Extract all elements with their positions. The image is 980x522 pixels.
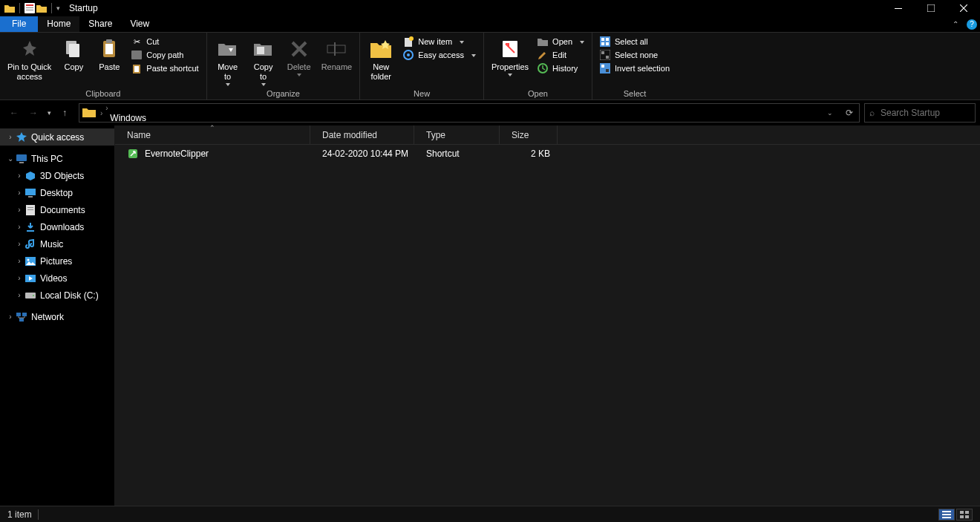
- ribbon-group-open: Properties Open Edit History Open: [484, 33, 592, 99]
- sidebar-item-desktop[interactable]: ›Desktop: [0, 184, 114, 201]
- sidebar-label: Music: [40, 239, 63, 249]
- up-button[interactable]: ↑: [55, 103, 74, 123]
- quick-access-dropdown-icon[interactable]: ▾: [56, 4, 60, 12]
- rename-button[interactable]: Rename: [318, 36, 356, 74]
- file-tab[interactable]: File: [0, 16, 38, 32]
- sidebar-item-this-pc[interactable]: ⌄ This PC: [0, 150, 114, 167]
- chevron-right-icon[interactable]: ›: [15, 291, 24, 299]
- easy-access-button[interactable]: Easy access: [400, 49, 479, 61]
- chevron-right-icon[interactable]: ›: [15, 240, 24, 248]
- 3d-icon: [24, 170, 37, 182]
- star-icon: [15, 131, 28, 143]
- back-button[interactable]: ←: [4, 103, 24, 123]
- svg-rect-25: [606, 38, 609, 41]
- edit-button[interactable]: Edit: [535, 49, 587, 61]
- sidebar-item-videos[interactable]: ›Videos: [0, 270, 114, 287]
- copy-path-icon: [131, 50, 142, 60]
- chevron-right-icon[interactable]: ›: [15, 206, 24, 214]
- new-item-button[interactable]: New item: [400, 36, 479, 48]
- breadcrumb-windows[interactable]: Windows: [104, 113, 169, 123]
- chevron-right-icon[interactable]: ›: [99, 109, 104, 117]
- group-label-new: New: [414, 88, 430, 98]
- search-input[interactable]: [879, 107, 980, 119]
- new-folder-button[interactable]: New folder: [365, 36, 397, 83]
- svg-rect-30: [606, 56, 609, 59]
- edit-icon: [538, 50, 548, 60]
- select-all-icon: [600, 36, 610, 47]
- properties-button[interactable]: Properties: [489, 36, 532, 78]
- navigation-pane[interactable]: › Quick access ⌄ This PC ›3D Objects›Des…: [0, 125, 115, 506]
- column-header-type[interactable]: Type: [414, 125, 500, 144]
- chevron-right-icon[interactable]: ›: [15, 189, 24, 197]
- copy-button[interactable]: Copy: [57, 36, 90, 74]
- column-header-date[interactable]: Date modified: [310, 125, 414, 144]
- open-button[interactable]: Open: [535, 36, 587, 48]
- column-header-size[interactable]: Size: [500, 125, 558, 144]
- chevron-right-icon[interactable]: ›: [104, 104, 109, 112]
- file-list-pane[interactable]: Name⌃ Date modified Type Size EvernoteCl…: [115, 125, 980, 506]
- minimize-ribbon-button[interactable]: ⌃: [947, 16, 964, 32]
- close-button[interactable]: [947, 0, 980, 16]
- chevron-down-icon[interactable]: ⌄: [6, 154, 15, 163]
- group-label-organize: Organize: [267, 88, 300, 98]
- recent-locations-button[interactable]: ▾: [43, 103, 55, 123]
- select-none-button[interactable]: Select none: [597, 49, 673, 61]
- sidebar-item-3d-objects[interactable]: ›3D Objects: [0, 167, 114, 184]
- properties-quick-icon[interactable]: [24, 3, 35, 13]
- minimize-button[interactable]: [882, 0, 915, 16]
- forward-button[interactable]: →: [24, 103, 43, 123]
- sidebar-label: Desktop: [40, 188, 73, 198]
- group-label-open: Open: [528, 88, 548, 98]
- invert-selection-icon: [600, 63, 610, 74]
- copy-to-button[interactable]: Copy to: [247, 36, 280, 88]
- chevron-right-icon[interactable]: ›: [15, 257, 24, 265]
- refresh-button[interactable]: ⟳: [840, 104, 859, 122]
- delete-button[interactable]: Delete: [283, 36, 316, 78]
- chevron-right-icon[interactable]: ›: [15, 274, 24, 282]
- history-button[interactable]: History: [535, 62, 587, 74]
- file-row[interactable]: EvernoteClipper24-02-2020 10:44 PMShortc…: [115, 145, 980, 163]
- address-bar[interactable]: › Navaneethan›AppData›Roaming›Microsoft›…: [79, 103, 860, 123]
- sidebar-item-music[interactable]: ›Music: [0, 235, 114, 252]
- maximize-button[interactable]: [915, 0, 947, 16]
- separator: [51, 3, 52, 13]
- address-dropdown-button[interactable]: ⌄: [820, 104, 840, 122]
- paste-shortcut-button[interactable]: Paste shortcut: [128, 62, 201, 74]
- column-header-name[interactable]: Name⌃: [115, 125, 310, 144]
- cut-button[interactable]: ✂Cut: [128, 36, 201, 48]
- select-all-button[interactable]: Select all: [597, 36, 673, 48]
- help-button[interactable]: ?: [964, 16, 980, 32]
- new-folder-icon: [369, 37, 393, 61]
- pin-to-quick-access-button[interactable]: Pin to Quick access: [4, 36, 54, 83]
- svg-rect-5: [927, 4, 935, 12]
- home-tab[interactable]: Home: [38, 16, 79, 32]
- sidebar-item-documents[interactable]: ›Documents: [0, 201, 114, 218]
- sidebar-label: 3D Objects: [40, 171, 84, 181]
- share-tab[interactable]: Share: [79, 16, 121, 32]
- copy-path-button[interactable]: Copy path: [128, 49, 201, 61]
- svg-rect-53: [942, 517, 951, 518]
- paste-button[interactable]: Paste: [93, 36, 125, 74]
- sidebar-item-network[interactable]: › Network: [0, 308, 114, 325]
- search-box[interactable]: ⌕: [864, 103, 976, 123]
- sidebar-item-downloads[interactable]: ›Downloads: [0, 218, 114, 235]
- svg-rect-33: [606, 69, 609, 72]
- sidebar-item-local-disk-c-[interactable]: ›Local Disk (C:): [0, 287, 114, 304]
- svg-rect-24: [601, 38, 604, 41]
- chevron-right-icon[interactable]: ›: [6, 313, 15, 321]
- svg-rect-3: [26, 10, 33, 10]
- paste-icon: [97, 37, 121, 61]
- sidebar-item-pictures[interactable]: ›Pictures: [0, 252, 114, 270]
- select-none-icon: [600, 50, 610, 60]
- details-view-button[interactable]: [938, 509, 955, 521]
- large-icons-view-button[interactable]: [956, 509, 973, 521]
- sidebar-item-quick-access[interactable]: › Quick access: [0, 128, 114, 146]
- chevron-right-icon[interactable]: ›: [15, 223, 24, 231]
- invert-selection-button[interactable]: Invert selection: [597, 62, 673, 74]
- disk-icon: [24, 290, 37, 301]
- chevron-right-icon[interactable]: ›: [6, 133, 15, 141]
- chevron-right-icon[interactable]: ›: [15, 172, 24, 180]
- new-folder-quick-icon[interactable]: [36, 4, 47, 13]
- view-tab[interactable]: View: [121, 16, 158, 32]
- move-to-button[interactable]: Move to: [212, 36, 244, 88]
